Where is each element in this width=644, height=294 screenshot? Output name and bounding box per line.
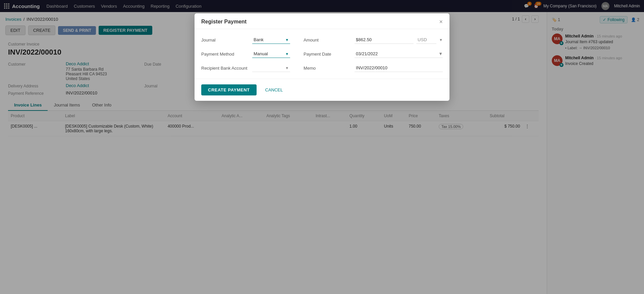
amount-input-group: USD ▼ bbox=[355, 36, 443, 44]
journal-row: Journal Bank ▼ bbox=[201, 36, 290, 44]
journal-select-wrapper: Bank ▼ bbox=[252, 36, 290, 44]
modal-body: Journal Bank ▼ Payment Method Manua bbox=[195, 29, 449, 79]
currency-arrow-icon: ▼ bbox=[439, 38, 443, 42]
payment-date-input[interactable] bbox=[355, 50, 438, 58]
journal-form-label: Journal bbox=[201, 38, 248, 43]
amount-row: Amount USD ▼ bbox=[304, 36, 443, 44]
currency-select[interactable]: USD bbox=[416, 36, 436, 44]
memo-input[interactable] bbox=[355, 64, 443, 72]
modal-backdrop: Register Payment × Journal Bank ▼ bbox=[0, 0, 644, 294]
register-payment-modal: Register Payment × Journal Bank ▼ bbox=[195, 13, 449, 101]
modal-form-grid: Journal Bank ▼ Payment Method Manua bbox=[201, 36, 443, 72]
payment-date-form-label: Payment Date bbox=[304, 52, 351, 57]
payment-method-form-label: Payment Method bbox=[201, 52, 248, 57]
payment-date-wrapper: ▼ bbox=[355, 50, 443, 58]
recipient-bank-row: Recipient Bank Account ▼ bbox=[201, 64, 290, 72]
cancel-payment-button[interactable]: CANCEL bbox=[261, 84, 288, 95]
memo-form-label: Memo bbox=[304, 66, 351, 71]
payment-date-row: Payment Date ▼ bbox=[304, 50, 443, 58]
modal-title: Register Payment bbox=[201, 19, 247, 25]
memo-row: Memo bbox=[304, 64, 443, 72]
modal-right-col: Amount USD ▼ Payment Date bbox=[304, 36, 443, 72]
create-payment-button[interactable]: CREATE PAYMENT bbox=[201, 84, 257, 95]
modal-header: Register Payment × bbox=[195, 13, 449, 29]
amount-form-label: Amount bbox=[304, 38, 351, 43]
recipient-bank-select[interactable] bbox=[252, 64, 290, 72]
recipient-bank-select-wrapper: ▼ bbox=[252, 64, 290, 72]
calendar-icon: ▼ bbox=[438, 51, 443, 56]
modal-close-button[interactable]: × bbox=[439, 19, 443, 25]
journal-select[interactable]: Bank bbox=[252, 36, 290, 44]
payment-method-select-wrapper: Manual ▼ bbox=[252, 50, 290, 58]
payment-method-row: Payment Method Manual ▼ bbox=[201, 50, 290, 58]
modal-left-col: Journal Bank ▼ Payment Method Manua bbox=[201, 36, 290, 72]
amount-input[interactable] bbox=[355, 36, 414, 44]
recipient-bank-form-label: Recipient Bank Account bbox=[201, 66, 248, 71]
modal-footer: CREATE PAYMENT CANCEL bbox=[195, 79, 449, 101]
payment-method-select[interactable]: Manual bbox=[252, 50, 290, 58]
